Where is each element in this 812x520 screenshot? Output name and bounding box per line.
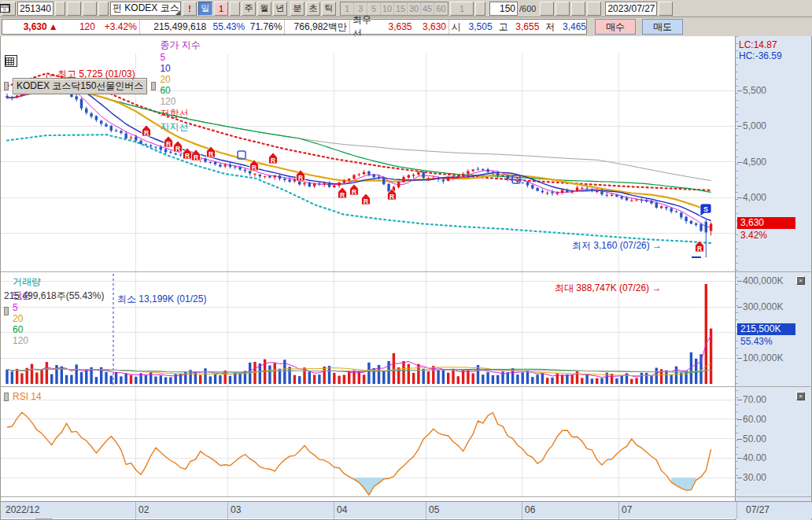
low-price: 3,465	[555, 21, 586, 32]
low-annotation: 최저 3,160 (07/26) →	[572, 239, 662, 253]
grid-tool-icon[interactable]	[5, 55, 17, 67]
minute-option-10[interactable]: 10	[381, 2, 394, 15]
legend-close-label[interactable]: 종가 지수	[160, 39, 200, 52]
volume-profile-icon[interactable]	[540, 2, 554, 16]
vol-ma-20[interactable]: 20	[13, 313, 41, 324]
rsi-tick-label: 60.00	[743, 414, 766, 425]
legend-ma-10[interactable]: 10	[160, 63, 200, 74]
pane-handle-icon[interactable]	[4, 393, 9, 401]
time-axis-separator	[135, 502, 136, 519]
trade-value: 766,982백만	[287, 20, 347, 34]
vol-ma-120[interactable]: 120	[13, 335, 41, 346]
legend-ma-20[interactable]: 20	[160, 74, 200, 85]
ticker-dropdown-icon[interactable]	[55, 2, 65, 16]
minute-option-45[interactable]: 45	[421, 2, 434, 15]
save-icon[interactable]	[571, 2, 585, 16]
rsi-tick-label: 50.00	[743, 433, 766, 444]
speaker-icon[interactable]	[83, 2, 97, 16]
open-price: 3,505	[461, 21, 493, 32]
time-axis[interactable]: 07/27 2022/12020304050607	[1, 501, 812, 518]
tick-button-틱[interactable]: 틱	[322, 2, 336, 16]
bar-count-input[interactable]	[489, 2, 518, 16]
vol-ma-5[interactable]: 5	[13, 302, 41, 313]
change-percent: +3.42%	[95, 21, 137, 32]
date-input[interactable]	[605, 2, 657, 16]
legend-ma-120[interactable]: 120	[160, 96, 200, 107]
chart-area: RRRRRRRRRRRRRRS KODEX 코스닥150선물인버스 종가 지수5…	[0, 36, 812, 520]
turnover-percent: 71.76%	[245, 21, 282, 32]
svg-text:R: R	[340, 191, 345, 199]
price-tick-label: 5,000	[743, 120, 766, 131]
rsi-chart-svg[interactable]	[1, 388, 736, 496]
legend-support[interactable]: 지지선	[160, 120, 200, 134]
svg-text:R: R	[175, 145, 180, 153]
tick-button-분[interactable]: 분	[290, 2, 304, 16]
time-label: 07	[622, 504, 632, 515]
time-label: 06	[525, 504, 535, 515]
period-button-주[interactable]: 주	[242, 2, 256, 16]
period-button-월[interactable]: 월	[257, 2, 271, 16]
rsi-tick-label: 30.00	[743, 472, 766, 483]
bar-max-label: /600	[519, 4, 536, 13]
stock-name-input[interactable]	[110, 2, 181, 16]
pane-divider[interactable]	[1, 386, 812, 387]
legend-handle-icon[interactable]	[151, 82, 156, 90]
period-button-년[interactable]: 년	[273, 2, 287, 16]
svg-text:R: R	[252, 164, 257, 171]
lc-value: LC:14.87	[739, 39, 777, 50]
minute-option-30[interactable]: 30	[408, 2, 421, 15]
gear-icon[interactable]	[587, 2, 601, 16]
price-tick-label: 4,500	[743, 157, 766, 168]
pane-divider[interactable]	[1, 271, 812, 272]
rsi-tick-label: 40.00	[743, 452, 766, 463]
legend-ma-5[interactable]: 5	[160, 52, 200, 63]
svg-text:S: S	[703, 205, 708, 213]
close-rsi-pane-icon[interactable]: ×	[796, 392, 805, 400]
trendline-add-icon[interactable]	[555, 2, 570, 16]
close-volume-pane-icon[interactable]: ×	[796, 276, 805, 285]
vol-ma-60[interactable]: 60	[13, 324, 41, 335]
legend-ma-60[interactable]: 60	[160, 85, 200, 96]
open-label: 시	[452, 20, 461, 34]
pane-handle-icon[interactable]	[4, 307, 9, 315]
volume-title[interactable]: 거래량	[13, 275, 41, 289]
hc-value: HC:-36.59	[739, 50, 782, 61]
speaker-dropdown-icon[interactable]	[98, 2, 109, 16]
svg-text:R: R	[194, 153, 198, 161]
top-toolbar: ! 일 1 주월년 분초틱 1351015304560 1 /600	[0, 0, 812, 17]
volume-current-text: 215,499,618주(55.43%)	[4, 290, 104, 303]
volume-value: 215,499,618	[142, 21, 206, 32]
current-volume-percent: 55.43%	[740, 336, 773, 347]
count-dropdown-icon	[475, 2, 485, 16]
time-axis-separator	[618, 502, 619, 519]
volume-tick-label: 400,000K	[743, 275, 783, 286]
pane-handle-icon[interactable]	[4, 82, 9, 90]
calendar-icon[interactable]	[659, 2, 673, 16]
minute-option-60[interactable]: 60	[434, 2, 448, 15]
svg-text:R: R	[364, 197, 368, 205]
plot-region[interactable]: RRRRRRRRRRRRRRS KODEX 코스닥150선물인버스 종가 지수5…	[1, 36, 736, 520]
rsi-title: RSI 14	[13, 391, 42, 402]
alert-button[interactable]: !	[183, 2, 197, 16]
buy-button[interactable]: 매수	[595, 19, 636, 35]
legend-resistance[interactable]: 저항선	[160, 107, 200, 120]
period-dropdown-icon[interactable]	[230, 2, 240, 16]
svg-text:R: R	[298, 174, 303, 182]
sell-button[interactable]: 매도	[642, 19, 683, 35]
up-arrow-icon: ▲	[49, 21, 58, 32]
main-legend: 종가 지수5102060120저항선지지선	[160, 39, 200, 134]
minute-option-15[interactable]: 15	[394, 2, 408, 15]
high-label: 고	[499, 20, 508, 34]
volume-tick-label: 100,000K	[743, 352, 783, 363]
period-day-button[interactable]: 일	[198, 2, 212, 16]
max-volume-annotation: 최대 388,747K (07/26) →	[555, 282, 661, 295]
search-icon[interactable]	[67, 2, 81, 16]
resize-grip[interactable]	[175, 10, 180, 15]
time-axis-separator	[736, 502, 737, 519]
volume-legend: 거래량단순52060120	[13, 275, 41, 346]
period-value-button[interactable]: 1	[214, 2, 228, 16]
tick-button-초[interactable]: 초	[306, 2, 320, 16]
price-axis[interactable]: LC:14.87 HC:-36.59 5,5005,0004,5004,000 …	[735, 36, 811, 520]
ticker-input[interactable]	[17, 2, 54, 16]
svg-text:R: R	[166, 140, 171, 148]
